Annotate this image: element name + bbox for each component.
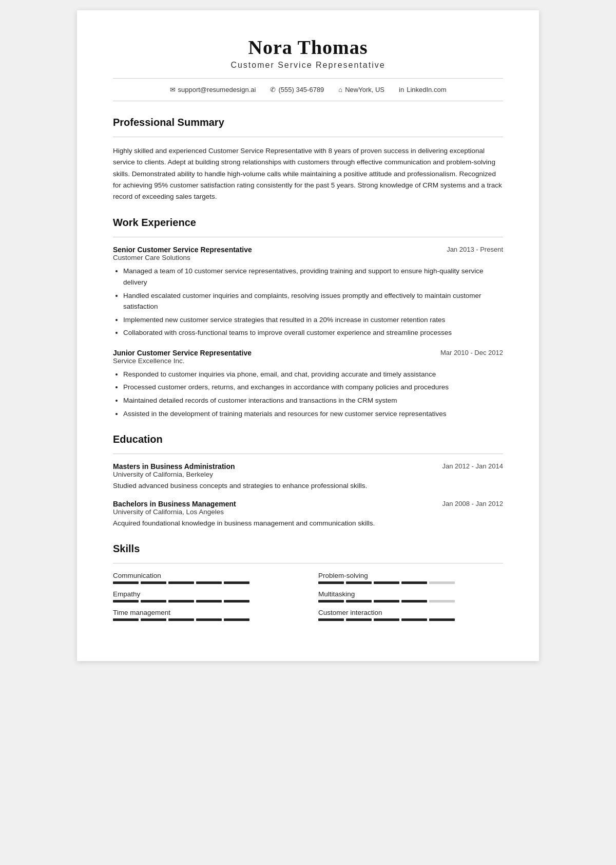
skill-segment-filled [346,618,372,621]
skill-bar [318,618,503,621]
education-title: Education [113,434,503,447]
summary-text: Highly skilled and experienced Customer … [113,145,503,202]
skill-segment-filled [401,600,427,603]
bullet-item: Maintained detailed records of customer … [123,395,503,406]
summary-title: Professional Summary [113,117,503,130]
resume-document: Nora Thomas Customer Service Representat… [77,10,539,661]
skill-segment-filled [196,600,222,603]
job-title-2: Junior Customer Service Representative [113,349,252,357]
edu-school-2: University of California, Los Angeles [113,508,503,516]
skills-title: Skills [113,543,503,557]
job-bullets-2: Responded to customer inquiries via phon… [113,369,503,419]
edu-header-2: Bachelors in Business Management Jan 200… [113,500,503,508]
linkedin-contact: in LinkedIn.com [399,86,446,93]
skill-segment-filled [374,581,399,584]
skill-item: Customer interaction [318,609,503,621]
job-title-1: Senior Customer Service Representative [113,246,252,254]
skill-segment-filled [346,600,372,603]
skill-segment-filled [141,600,166,603]
bullet-item: Implemented new customer service strateg… [123,314,503,326]
skill-item: Empathy [113,590,298,603]
skill-bar [113,618,298,621]
skill-segment-filled [374,600,399,603]
skill-segment-filled [168,581,194,584]
edu-header-1: Masters in Business Administration Jan 2… [113,462,503,471]
skill-segment-filled [224,600,249,603]
skill-segment-filled [141,618,166,621]
job-company-2: Service Excellence Inc. [113,357,503,365]
skill-segment-filled [374,618,399,621]
work-experience-divider [113,237,503,237]
skill-segment-filled [224,618,249,621]
edu-degree-1: Masters in Business Administration [113,462,235,471]
edu-desc-1: Studied advanced business concepts and s… [113,480,503,492]
skills-divider [113,563,503,563]
skill-name: Time management [113,609,298,616]
skill-segment-filled [168,618,194,621]
skill-segment-filled [141,581,166,584]
skill-segment-filled [401,581,427,584]
summary-section: Professional Summary Highly skilled and … [113,117,503,202]
job-bullets-1: Managed a team of 10 customer service re… [113,266,503,339]
skill-segment-filled [224,581,249,584]
skill-segment-filled [196,618,222,621]
skill-segment-empty [429,600,455,603]
education-section: Education Masters in Business Administra… [113,434,503,529]
skill-bar [318,600,503,603]
candidate-title: Customer Service Representative [113,61,503,70]
header-section: Nora Thomas Customer Service Representat… [113,36,503,70]
skill-bar [113,600,298,603]
edu-entry-1: Masters in Business Administration Jan 2… [113,462,503,492]
edu-date-1: Jan 2012 - Jan 2014 [442,462,503,470]
skill-name: Communication [113,572,298,579]
job-header-2: Junior Customer Service Representative M… [113,349,503,357]
skill-segment-filled [113,581,139,584]
phone-icon: ✆ [270,86,276,93]
edu-desc-2: Acquired foundational knowledge in busin… [113,518,503,529]
job-date-1: Jan 2013 - Present [447,246,503,253]
edu-school-1: University of California, Berkeley [113,471,503,478]
skill-segment-filled [318,581,344,584]
location-icon: ⌂ [338,86,342,93]
bullet-item: Assisted in the development of training … [123,408,503,420]
job-header-1: Senior Customer Service Representative J… [113,246,503,254]
bullet-item: Handled escalated customer inquiries and… [123,290,503,312]
skill-segment-filled [113,600,139,603]
skill-name: Problem-solving [318,572,503,579]
job-date-2: Mar 2010 - Dec 2012 [440,349,503,356]
work-experience-section: Work Experience Senior Customer Service … [113,217,503,419]
phone-value: (555) 345-6789 [278,86,324,93]
linkedin-value: LinkedIn.com [407,86,446,93]
skill-segment-filled [401,618,427,621]
skill-segment-empty [429,581,455,584]
skill-item: Time management [113,609,298,621]
contact-bar: ✉ support@resumedesign.ai ✆ (555) 345-67… [113,78,503,101]
skill-segment-filled [429,618,455,621]
skill-segment-filled [168,600,194,603]
job-entry-2: Junior Customer Service Representative M… [113,349,503,419]
bullet-item: Responded to customer inquiries via phon… [123,369,503,380]
skill-segment-filled [346,581,372,584]
education-divider [113,454,503,454]
candidate-name: Nora Thomas [113,36,503,59]
edu-entry-2: Bachelors in Business Management Jan 200… [113,500,503,529]
bullet-item: Collaborated with cross-functional teams… [123,327,503,339]
edu-degree-2: Bachelors in Business Management [113,500,236,508]
location-contact: ⌂ NewYork, US [338,86,384,93]
bullet-item: Processed customer orders, returns, and … [123,382,503,393]
skill-name: Customer interaction [318,609,503,616]
skill-segment-filled [113,618,139,621]
skill-segment-filled [196,581,222,584]
summary-divider [113,137,503,137]
work-experience-title: Work Experience [113,217,503,231]
email-value: support@resumedesign.ai [178,86,256,93]
job-entry-1: Senior Customer Service Representative J… [113,246,503,339]
phone-contact: ✆ (555) 345-6789 [270,86,324,93]
skill-item: Multitasking [318,590,503,603]
skill-name: Multitasking [318,590,503,598]
skill-bar [318,581,503,584]
email-contact: ✉ support@resumedesign.ai [170,86,256,93]
linkedin-icon: in [399,86,404,93]
email-icon: ✉ [170,86,176,93]
job-company-1: Customer Care Solutions [113,254,503,261]
